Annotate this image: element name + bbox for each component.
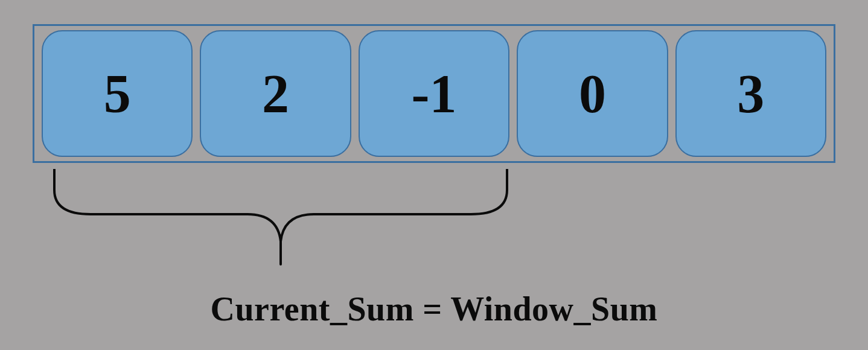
window-brace-icon xyxy=(48,169,513,266)
array-cell-2: -1 xyxy=(359,30,509,157)
array-cell-3: 0 xyxy=(517,30,668,157)
array-cell-1: 2 xyxy=(200,30,351,157)
caption-text: Current_Sum = Window_Sum xyxy=(0,290,868,328)
array-container: 5 2 -1 0 3 xyxy=(33,24,835,163)
array-cell-4: 3 xyxy=(675,30,826,157)
array-cell-0: 5 xyxy=(42,30,193,157)
